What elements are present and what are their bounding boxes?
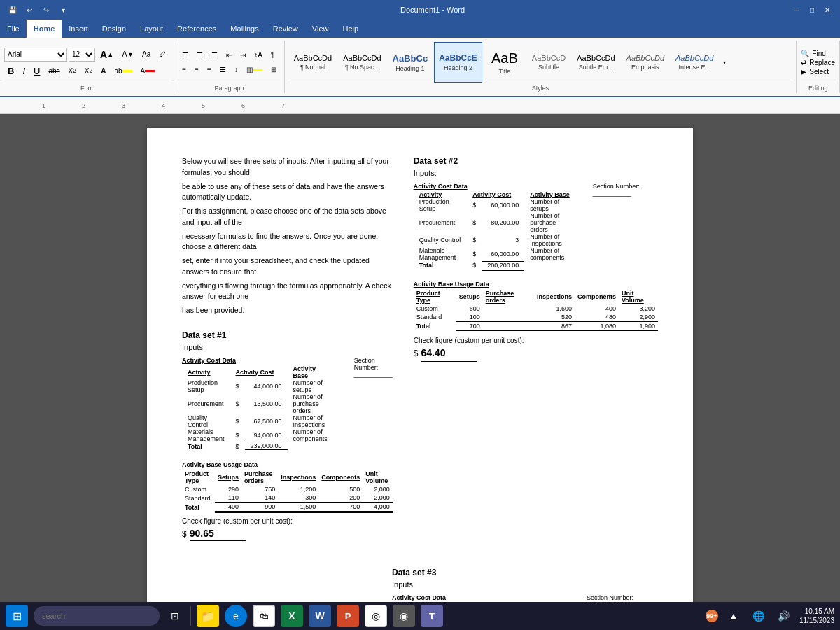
tab-review[interactable]: Review (266, 20, 305, 38)
undo-quick-btn[interactable]: ↩ (22, 4, 36, 16)
powerpoint-btn[interactable]: P (337, 605, 359, 627)
style-heading2[interactable]: AaBbCcE Heading 2 (434, 42, 482, 83)
ds2-section-number: Section Number: ___________ (593, 183, 658, 197)
line-spacing-btn[interactable]: ↕ (231, 64, 241, 76)
word-btn[interactable]: W (309, 605, 331, 627)
show-para-btn[interactable]: ¶ (267, 49, 278, 61)
col-unit-volume: Unit Volume (619, 289, 658, 304)
table-row: Materials Management $ 60,000.00 Number … (414, 247, 579, 261)
inspections-val: 1,600 (534, 304, 575, 313)
teams-btn[interactable]: T (421, 605, 443, 627)
bullets-btn[interactable]: ☰ (178, 49, 192, 61)
indent-decrease-btn[interactable]: ⇤ (223, 49, 235, 61)
tab-view[interactable]: View (305, 20, 336, 38)
store-btn[interactable]: 🛍 (253, 605, 275, 627)
tab-design[interactable]: Design (95, 20, 133, 38)
align-left-btn[interactable]: ≡ (178, 64, 190, 76)
style-no-spacing[interactable]: AaBbCcDd ¶ No Spac... (338, 42, 386, 83)
numbering-btn[interactable]: ☰ (193, 49, 206, 61)
activity-name: Procurement (414, 212, 468, 233)
redo-quick-btn[interactable]: ↪ (39, 4, 53, 16)
style-title[interactable]: AaB Title (484, 42, 526, 83)
style-normal[interactable]: AaBbCcDd ¶ Normal (289, 42, 337, 83)
bold-btn[interactable]: B (4, 64, 18, 78)
tab-layout[interactable]: Layout (133, 20, 170, 38)
multilevel-btn[interactable]: ☰ (208, 49, 221, 61)
font-shrink-btn[interactable]: A▼ (118, 48, 137, 62)
ruler-mark: 5 (202, 102, 205, 109)
system-tray-arrow[interactable]: ▲ (724, 606, 743, 626)
font-size-select[interactable]: 12 (69, 48, 95, 62)
style-intense-e[interactable]: AaBbCcDd Intense E... (671, 42, 718, 83)
notification-badge[interactable]: 99+ (706, 610, 718, 622)
clear-format-btn[interactable]: 🖊 (155, 48, 169, 60)
highlight-btn[interactable]: ab (111, 65, 135, 77)
network-icon[interactable]: 🌐 (749, 606, 769, 626)
tab-references[interactable]: References (170, 20, 223, 38)
subscript-btn[interactable]: X2 (65, 65, 80, 77)
change-case-btn[interactable]: Aa (139, 48, 154, 60)
activity-base: Number of setups (288, 379, 333, 393)
style-heading1[interactable]: AaBbCc Heading 1 (388, 42, 433, 83)
chrome-icon: ◎ (372, 610, 380, 622)
quick-access-toolbar[interactable]: 💾 ↩ ↪ ▾ (6, 4, 70, 16)
task-view-btn[interactable]: ⊡ (165, 606, 185, 626)
align-right-btn[interactable]: ≡ (204, 64, 215, 76)
borders-btn[interactable]: ⊞ (267, 64, 280, 76)
tab-home[interactable]: Home (27, 20, 62, 38)
style-subtle-em[interactable]: AaBbCcDd Subtle Em... (572, 42, 620, 83)
style-subtitle[interactable]: AaBbCcD Subtitle (527, 42, 570, 83)
intro-line-6: everything is flowing through the formul… (182, 281, 393, 303)
cortana-btn[interactable]: ◉ (393, 605, 415, 627)
section-number-label: Section Number: ___________ (354, 357, 393, 378)
document-area[interactable]: Below you will see three sets of inputs.… (0, 114, 840, 630)
minimize-btn[interactable]: ─ (790, 4, 804, 16)
system-clock[interactable]: 10:15 AM 11/15/2023 (799, 607, 834, 625)
taskbar-search-input[interactable] (34, 606, 160, 626)
shading-btn[interactable]: ▥ (243, 64, 266, 76)
taskbar: ⊞ ⊡ 📁 e 🛍 X W P ◎ ◉ T 99+ ▲ 🌐 🔊 10:15 AM… (0, 602, 840, 630)
save-quick-btn[interactable]: 💾 (6, 4, 20, 16)
document-page[interactable]: Below you will see three sets of inputs.… (147, 128, 693, 630)
underline-btn[interactable]: U (30, 64, 43, 78)
edge-btn[interactable]: e (225, 605, 247, 627)
justify-btn[interactable]: ☰ (216, 64, 230, 76)
indent-increase-btn[interactable]: ⇥ (237, 49, 249, 61)
ds1-check-amount-row: $ 90.65 (182, 528, 393, 542)
replace-btn[interactable]: ⇄Replace (801, 58, 835, 67)
activity-name: Materials Management (182, 428, 230, 442)
find-btn[interactable]: 🔍Find (801, 49, 835, 58)
more-quick-btn[interactable]: ▾ (56, 4, 70, 16)
styles-group-label: Styles (289, 83, 792, 92)
italic-btn[interactable]: I (19, 64, 29, 78)
ds2-act-cost-header: Activity Cost Data (414, 183, 579, 190)
tab-file[interactable]: File (0, 20, 27, 38)
tab-help[interactable]: Help (335, 20, 365, 38)
sort-btn[interactable]: ↕A (251, 49, 266, 61)
styles-more-btn[interactable]: ▾ (720, 42, 729, 83)
chrome-btn[interactable]: ◎ (365, 605, 387, 627)
styles-group-body: AaBbCcDd ¶ Normal AaBbCcDd ¶ No Spac... … (289, 42, 792, 83)
superscript-btn[interactable]: X2 (81, 65, 96, 77)
strikethrough-btn[interactable]: abc (45, 65, 63, 77)
activity-amount: 44,000.00 (245, 379, 288, 393)
text-effect-btn[interactable]: A (97, 65, 109, 77)
tab-insert[interactable]: Insert (62, 20, 95, 38)
font-grow-btn[interactable]: A▲ (97, 47, 117, 62)
excel-btn[interactable]: X (281, 605, 303, 627)
font-color-btn[interactable]: A (137, 65, 159, 77)
volume-icon[interactable]: 🔊 (774, 606, 794, 626)
font-name-select[interactable]: Arial (4, 48, 67, 62)
window-controls[interactable]: ─ □ ✕ (790, 4, 834, 16)
style-emphasis[interactable]: AaBbCcDd Emphasis (622, 42, 669, 83)
file-explorer-btn[interactable]: 📁 (197, 605, 219, 627)
col-setups: Setups (456, 289, 483, 304)
maximize-btn[interactable]: □ (805, 4, 819, 16)
close-btn[interactable]: ✕ (820, 4, 834, 16)
windows-start-btn[interactable]: ⊞ (6, 605, 28, 627)
align-center-btn[interactable]: ≡ (191, 64, 202, 76)
select-btn[interactable]: ▶Select (801, 67, 835, 76)
paragraph-group-label: Paragraph (178, 83, 280, 92)
components-val: 480 (575, 313, 619, 322)
tab-mailings[interactable]: Mailings (223, 20, 265, 38)
